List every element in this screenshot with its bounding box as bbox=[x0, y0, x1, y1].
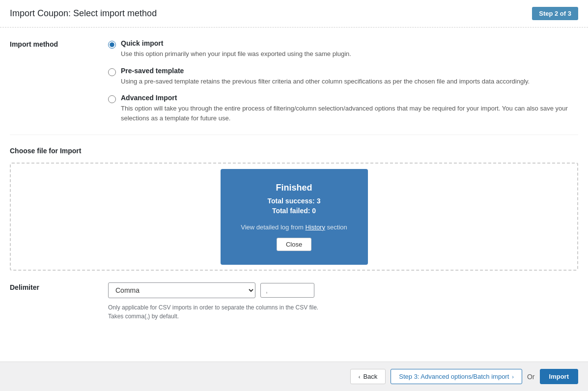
main-content: Import method Quick import Use this opti… bbox=[0, 28, 588, 362]
delimiter-help: Only applicable for CSV imports in order… bbox=[108, 303, 318, 321]
radio-item-quick: Quick import Use this option primarily w… bbox=[108, 39, 578, 59]
finished-failed: Total failed: 0 bbox=[240, 207, 348, 215]
radio-quick-labels: Quick import Use this option primarily w… bbox=[121, 39, 351, 59]
page-header: Import Coupon: Select import method Step… bbox=[0, 0, 588, 28]
finished-title: Finished bbox=[240, 183, 348, 193]
delimiter-value-input[interactable] bbox=[260, 283, 314, 298]
radio-presaved[interactable] bbox=[108, 68, 116, 76]
finished-view-text: View detailed log from History section bbox=[240, 223, 348, 231]
import-method-row: Import method Quick import Use this opti… bbox=[10, 39, 578, 123]
delimiter-select[interactable]: Comma Semicolon Tab Pipe bbox=[108, 282, 255, 298]
import-method-label: Import method bbox=[10, 39, 88, 48]
radio-advanced-labels: Advanced Import This option will take yo… bbox=[121, 94, 578, 123]
file-section-title: Choose file for Import bbox=[10, 135, 578, 163]
delimiter-row: Delimiter Comma Semicolon Tab Pipe Only … bbox=[10, 282, 578, 321]
step-badge: Step 2 of 3 bbox=[532, 7, 578, 20]
next-button[interactable]: Step 3: Advanced options/Batch import › bbox=[391, 369, 522, 384]
delimiter-help-line2: Takes comma(,) by default. bbox=[108, 313, 179, 320]
back-button[interactable]: ‹ Back bbox=[350, 369, 386, 384]
finished-view-before: View detailed log from bbox=[241, 223, 305, 231]
delimiter-help-line1: Only applicable for CSV imports in order… bbox=[108, 304, 318, 311]
chevron-right-icon: › bbox=[512, 374, 514, 380]
or-label: Or bbox=[527, 373, 535, 381]
delimiter-section: Delimiter Comma Semicolon Tab Pipe Only … bbox=[10, 271, 578, 331]
import-method-section: Import method Quick import Use this opti… bbox=[10, 28, 578, 135]
radio-quick-desc: Use this option primarily when your inpu… bbox=[121, 49, 351, 59]
page-title: Import Coupon: Select import method bbox=[10, 8, 157, 19]
finished-success: Total success: 3 bbox=[240, 197, 348, 205]
import-method-controls: Quick import Use this option primarily w… bbox=[108, 39, 578, 123]
close-button[interactable]: Close bbox=[277, 238, 311, 251]
radio-item-advanced: Advanced Import This option will take yo… bbox=[108, 94, 578, 123]
page-footer: ‹ Back Step 3: Advanced options/Batch im… bbox=[0, 362, 588, 391]
delimiter-controls: Comma Semicolon Tab Pipe Only applicable… bbox=[108, 282, 318, 321]
file-drop-zone[interactable]: Finished Total success: 3 Total failed: … bbox=[10, 163, 578, 271]
delimiter-inputs: Comma Semicolon Tab Pipe bbox=[108, 282, 318, 298]
file-section: Choose file for Import Finished Total su… bbox=[10, 135, 578, 271]
chevron-left-icon: ‹ bbox=[359, 374, 361, 380]
radio-group: Quick import Use this option primarily w… bbox=[108, 39, 578, 123]
radio-presaved-title[interactable]: Pre-saved template bbox=[121, 67, 530, 75]
finished-modal: Finished Total success: 3 Total failed: … bbox=[221, 169, 368, 265]
delimiter-label: Delimiter bbox=[10, 282, 88, 291]
radio-advanced-desc: This option will take you through the en… bbox=[121, 104, 578, 123]
next-label: Step 3: Advanced options/Batch import bbox=[399, 373, 509, 380]
import-button[interactable]: Import bbox=[540, 369, 578, 384]
finished-view-after: section bbox=[325, 223, 347, 231]
radio-item-presaved: Pre-saved template Using a pre-saved tem… bbox=[108, 67, 578, 86]
radio-quick[interactable] bbox=[108, 41, 116, 49]
radio-quick-title[interactable]: Quick import bbox=[121, 39, 351, 47]
radio-advanced-title[interactable]: Advanced Import bbox=[121, 94, 578, 102]
back-label: Back bbox=[363, 373, 377, 380]
radio-advanced[interactable] bbox=[108, 95, 116, 103]
radio-presaved-labels: Pre-saved template Using a pre-saved tem… bbox=[121, 67, 530, 86]
history-link[interactable]: History bbox=[306, 223, 325, 231]
radio-presaved-desc: Using a pre-saved template retains the p… bbox=[121, 77, 530, 86]
